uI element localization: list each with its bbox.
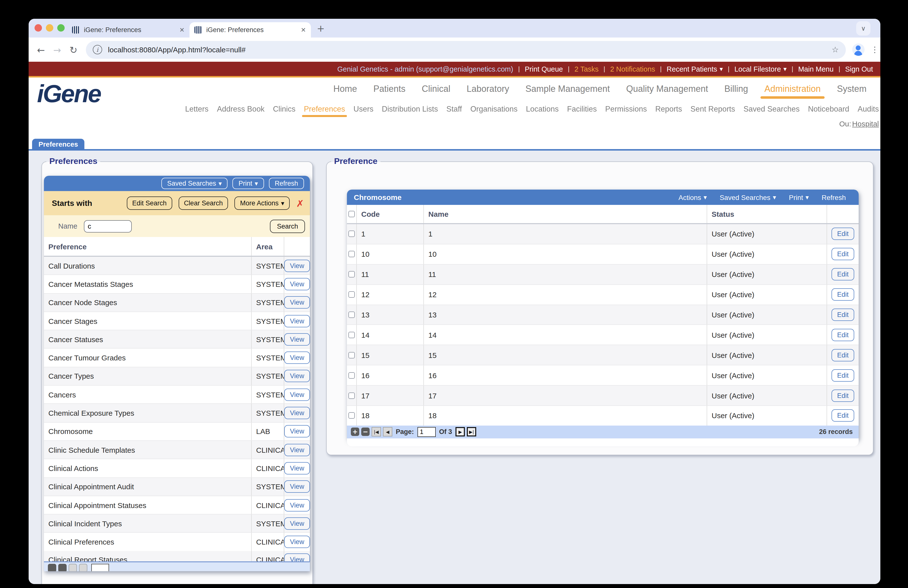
row-checkbox[interactable] — [348, 332, 355, 338]
sub-nav-preferences[interactable]: Preferences — [304, 105, 345, 114]
edit-button[interactable]: Edit — [832, 288, 854, 301]
page-tab-preferences[interactable]: Preferences — [32, 139, 84, 149]
page-input[interactable] — [91, 564, 109, 571]
close-filter-icon[interactable]: ✗ — [296, 198, 304, 209]
select-all-checkbox[interactable] — [348, 211, 355, 217]
edit-button[interactable]: Edit — [832, 409, 854, 422]
browser-tab-active[interactable]: iGene: Preferences ✕ — [190, 22, 311, 37]
filter-button-more-actions[interactable]: More Actions▼ — [235, 197, 290, 210]
sub-nav-staff[interactable]: Staff — [446, 105, 462, 114]
row-checkbox[interactable] — [348, 372, 355, 379]
back-button[interactable]: ← — [37, 44, 45, 55]
reload-button[interactable]: ↻ — [69, 44, 77, 55]
view-button[interactable]: View — [285, 259, 310, 272]
forward-button[interactable]: → — [53, 44, 61, 55]
view-button[interactable]: View — [285, 315, 310, 327]
sub-nav-distribution-lists[interactable]: Distribution Lists — [382, 105, 438, 114]
topbar-link-2-notifications[interactable]: 2 Notifications — [610, 65, 655, 73]
view-button[interactable]: View — [285, 351, 310, 364]
header-link-print[interactable]: Print▼ — [789, 193, 809, 201]
main-nav-clinical[interactable]: Clinical — [422, 84, 450, 94]
row-checkbox[interactable] — [348, 352, 355, 358]
page-input[interactable] — [417, 427, 436, 437]
main-nav-administration[interactable]: Administration — [765, 84, 821, 94]
row-checkbox[interactable] — [348, 412, 355, 419]
remove-button[interactable]: − — [361, 428, 370, 436]
topbar-link-local-filestore[interactable]: Local Filestore▼ — [734, 65, 787, 73]
header-link-saved-searches[interactable]: Saved Searches▼ — [720, 193, 776, 201]
sub-nav-permissions[interactable]: Permissions — [605, 105, 647, 114]
edit-button[interactable]: Edit — [832, 309, 854, 321]
row-checkbox[interactable] — [348, 392, 355, 399]
edit-button[interactable]: Edit — [832, 268, 854, 280]
close-tab-icon[interactable]: ✕ — [179, 26, 185, 34]
filter-button-clear-search[interactable]: Clear Search — [179, 197, 228, 210]
sub-nav-facilities[interactable]: Facilities — [567, 105, 597, 114]
topbar-link-print-queue[interactable]: Print Queue — [525, 65, 563, 73]
bookmark-star-icon[interactable]: ☆ — [832, 45, 839, 54]
profile-avatar-icon[interactable] — [852, 43, 865, 56]
sub-nav-users[interactable]: Users — [354, 105, 374, 114]
view-button[interactable]: View — [285, 480, 310, 493]
main-nav-sample-management[interactable]: Sample Management — [525, 84, 610, 94]
edit-button[interactable]: Edit — [832, 329, 854, 341]
row-checkbox[interactable] — [348, 291, 355, 298]
view-button[interactable]: View — [285, 425, 310, 438]
header-link-refresh[interactable]: Refresh — [822, 193, 846, 201]
add-button[interactable] — [48, 564, 56, 571]
main-nav-home[interactable]: Home — [333, 84, 357, 94]
view-button[interactable]: View — [285, 462, 310, 474]
topbar-link-recent-patients[interactable]: Recent Patients▼ — [667, 65, 723, 73]
sub-nav-audits[interactable]: Audits — [858, 105, 879, 114]
sub-nav-noticeboard[interactable]: Noticeboard — [808, 105, 849, 114]
browser-tab-inactive[interactable]: iGene: Preferences ✕ — [67, 22, 190, 37]
main-nav-patients[interactable]: Patients — [374, 84, 406, 94]
site-info-icon[interactable]: i — [93, 45, 102, 54]
search-button[interactable]: Search — [270, 219, 305, 233]
edit-button[interactable]: Edit — [832, 228, 854, 240]
sub-nav-locations[interactable]: Locations — [526, 105, 559, 114]
view-button[interactable]: View — [285, 517, 310, 530]
sub-nav-clinics[interactable]: Clinics — [273, 105, 295, 114]
remove-button[interactable] — [58, 564, 67, 571]
view-button[interactable]: View — [285, 444, 310, 456]
filter-button-edit-search[interactable]: Edit Search — [127, 197, 172, 210]
header-link-actions[interactable]: Actions▼ — [679, 193, 707, 201]
view-button[interactable]: View — [285, 333, 310, 346]
sub-nav-sent-reports[interactable]: Sent Reports — [691, 105, 735, 114]
name-input[interactable] — [84, 220, 132, 232]
first-page-button[interactable] — [69, 564, 77, 571]
prev-page-button[interactable] — [79, 564, 87, 571]
topbar-link-2-tasks[interactable]: 2 Tasks — [575, 65, 599, 73]
toolbar-button-print[interactable]: Print▼ — [233, 178, 264, 189]
new-tab-button[interactable]: + — [317, 23, 325, 34]
row-checkbox[interactable] — [348, 311, 355, 318]
main-nav-billing[interactable]: Billing — [724, 84, 748, 94]
view-button[interactable]: View — [285, 370, 310, 382]
row-checkbox[interactable] — [348, 231, 355, 237]
address-bar[interactable]: i localhost:8080/App/App.html?locale=nul… — [86, 41, 846, 58]
sub-nav-address-book[interactable]: Address Book — [217, 105, 264, 114]
edit-button[interactable]: Edit — [832, 369, 854, 382]
main-nav-quality-management[interactable]: Quality Management — [626, 84, 708, 94]
view-button[interactable]: View — [285, 536, 310, 548]
tab-search-chevron-icon[interactable]: ∨ — [856, 21, 871, 35]
browser-menu-icon[interactable]: ⋮ — [871, 45, 879, 54]
edit-button[interactable]: Edit — [832, 248, 854, 261]
toolbar-button-refresh[interactable]: Refresh — [269, 178, 304, 189]
view-button[interactable]: View — [285, 388, 310, 401]
view-button[interactable]: View — [285, 296, 310, 309]
sub-nav-saved-searches[interactable]: Saved Searches — [744, 105, 800, 114]
sub-nav-letters[interactable]: Letters — [185, 105, 208, 114]
ou-hospital-link[interactable]: Hospital — [852, 119, 879, 128]
topbar-link-main-menu[interactable]: Main Menu — [798, 65, 834, 73]
main-nav-laboratory[interactable]: Laboratory — [467, 84, 509, 94]
view-button[interactable]: View — [285, 499, 310, 511]
close-window-button[interactable] — [35, 24, 42, 32]
topbar-link-sign-out[interactable]: Sign Out — [845, 65, 873, 73]
edit-button[interactable]: Edit — [832, 389, 854, 402]
edit-button[interactable]: Edit — [832, 349, 854, 361]
row-checkbox[interactable] — [348, 271, 355, 277]
view-button[interactable]: View — [285, 554, 310, 561]
maximize-window-button[interactable] — [57, 24, 64, 32]
